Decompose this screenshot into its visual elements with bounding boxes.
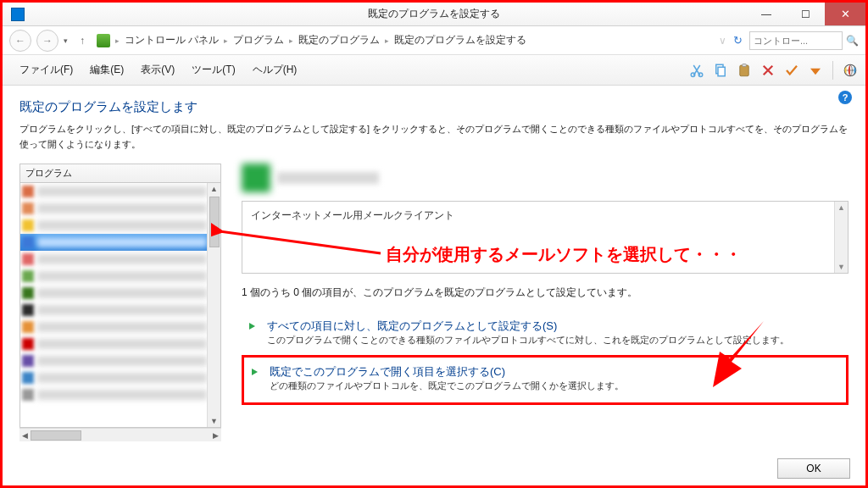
list-item[interactable]	[20, 352, 207, 369]
scroll-up-icon[interactable]: ▲	[210, 183, 218, 195]
option-set-all-defaults[interactable]: すべての項目に対し、既定のプログラムとして設定する(S) このプログラムで開くこ…	[242, 312, 849, 353]
back-button[interactable]: ←	[9, 30, 31, 52]
list-item[interactable]	[20, 234, 207, 251]
copy-icon[interactable]	[712, 62, 729, 79]
list-item[interactable]	[20, 183, 207, 200]
app-swatch-icon	[22, 202, 34, 214]
cut-icon[interactable]	[688, 62, 705, 79]
down-arrow-icon[interactable]	[807, 62, 824, 79]
scroll-up-icon[interactable]: ▲	[837, 202, 845, 214]
scroll-right-icon[interactable]: ▶	[210, 431, 221, 440]
app-icon	[242, 164, 270, 192]
h-scroll-thumb[interactable]	[31, 430, 81, 441]
check-icon[interactable]	[783, 62, 800, 79]
list-item[interactable]	[20, 251, 207, 268]
list-item[interactable]	[20, 386, 207, 403]
menu-file[interactable]: ファイル(F)	[11, 59, 81, 80]
list-item[interactable]	[20, 302, 207, 319]
status-text: 1 個のうち 0 個の項目が、このプログラムを既定のプログラムとして設定していま…	[242, 286, 849, 300]
app-swatch-icon	[22, 186, 34, 197]
list-item[interactable]	[20, 268, 207, 285]
nav-bar: ← → ▾ ↑ ▸ コントロール パネル ▸ プログラム ▸ 既定のプログラム …	[3, 26, 865, 55]
descbox-scrollbar[interactable]: ▲ ▼	[834, 202, 848, 273]
app-swatch-icon	[22, 304, 34, 316]
close-button[interactable]: ✕	[825, 3, 865, 25]
search-input[interactable]	[749, 31, 843, 50]
footer: OK	[777, 458, 850, 479]
app-swatch-icon	[22, 355, 34, 367]
menu-edit[interactable]: 編集(E)	[81, 59, 132, 80]
scroll-down-icon[interactable]: ▼	[210, 415, 218, 427]
app-swatch-icon	[22, 219, 34, 231]
list-item-label-blurred	[37, 390, 207, 400]
arrow-right-icon	[247, 320, 259, 332]
ok-button[interactable]: OK	[777, 458, 850, 479]
window-buttons: — ☐ ✕	[747, 3, 865, 25]
list-item[interactable]	[20, 285, 207, 302]
option-desc: どの種類のファイルやプロトコルを、既定でこのプログラムで開くかを選択します。	[270, 380, 624, 392]
toolbar	[688, 61, 859, 80]
list-item-label-blurred	[37, 254, 207, 264]
system-icon	[11, 8, 25, 21]
scroll-down-icon[interactable]: ▼	[837, 261, 845, 273]
breadcrumb-item[interactable]: コントロール パネル	[125, 33, 219, 47]
breadcrumb-item[interactable]: プログラム	[233, 33, 284, 47]
chevron-right-icon: ▸	[289, 36, 293, 45]
maximize-button[interactable]: ☐	[786, 3, 825, 25]
svg-rect-3	[718, 67, 725, 76]
annotation-frame: 既定でこのプログラムで開く項目を選択する(C) どの種類のファイルやプロトコルを…	[242, 355, 849, 405]
chevron-right-icon: ▸	[224, 36, 228, 45]
svg-rect-5	[743, 64, 747, 66]
list-item-label-blurred	[37, 305, 207, 315]
page-description: プログラムをクリックし、[すべての項目に対し、既定のプログラムとして設定する] …	[19, 122, 849, 152]
app-name-blurred	[277, 172, 379, 184]
menu-help[interactable]: ヘルプ(H)	[244, 59, 306, 80]
annotation-text: 自分が使用するメールソフトを選択して・・・	[386, 243, 742, 266]
options-block: すべての項目に対し、既定のプログラムとして設定する(S) このプログラムで開くこ…	[242, 312, 849, 405]
list-item-label-blurred	[37, 339, 207, 349]
paste-icon[interactable]	[736, 62, 753, 79]
delete-icon[interactable]	[760, 62, 776, 79]
menu-tools[interactable]: ツール(T)	[183, 59, 243, 80]
list-item[interactable]	[20, 336, 207, 352]
control-panel-icon	[97, 34, 110, 47]
programs-listbox[interactable]: ▲ ▼	[19, 182, 221, 428]
history-dropdown-icon[interactable]: ▾	[64, 36, 68, 45]
option-title: 既定でこのプログラムで開く項目を選択する(C)	[270, 364, 624, 380]
page-heading: 既定のプログラムを設定します	[19, 99, 849, 115]
h-scrollbar[interactable]: ◀ ▶	[19, 428, 221, 441]
breadcrumb[interactable]: ▸ コントロール パネル ▸ プログラム ▸ 既定のプログラム ▸ 既定のプログ…	[97, 33, 714, 47]
list-item[interactable]	[20, 217, 207, 234]
option-choose-defaults[interactable]: 既定でこのプログラムで開く項目を選択する(C) どの種類のファイルやプロトコルを…	[246, 359, 844, 397]
v-scrollbar[interactable]: ▲ ▼	[207, 183, 220, 427]
search-icon[interactable]: 🔍	[846, 35, 859, 47]
globe-icon[interactable]	[842, 62, 859, 79]
programs-panel: プログラム ▲ ▼ ◀ ▶	[19, 164, 221, 441]
app-swatch-icon	[22, 270, 34, 282]
option-title: すべての項目に対し、既定のプログラムとして設定する(S)	[267, 319, 789, 334]
list-item[interactable]	[20, 200, 207, 217]
help-icon[interactable]: ?	[838, 91, 852, 104]
scroll-thumb[interactable]	[209, 197, 220, 247]
app-header	[242, 164, 849, 192]
list-item-label-blurred	[37, 322, 207, 332]
content-area: ? 既定のプログラムを設定します プログラムをクリックし、[すべての項目に対し、…	[3, 86, 865, 441]
app-swatch-icon	[22, 389, 34, 401]
breadcrumb-item[interactable]: 既定のプログラムを設定する	[394, 33, 526, 47]
list-item-label-blurred	[37, 220, 207, 230]
scroll-left-icon[interactable]: ◀	[19, 431, 31, 440]
up-button[interactable]: ↑	[73, 35, 92, 47]
chevron-right-icon: ▸	[115, 36, 120, 45]
list-item-label-blurred	[37, 203, 207, 214]
menu-view[interactable]: 表示(V)	[132, 59, 183, 80]
list-item[interactable]	[20, 319, 207, 336]
list-item-label-blurred	[37, 186, 207, 197]
toolbar-divider	[832, 61, 833, 80]
refresh-icon[interactable]: ↻	[730, 34, 746, 47]
breadcrumb-item[interactable]: 既定のプログラム	[298, 33, 380, 47]
minimize-button[interactable]: —	[747, 3, 786, 25]
forward-button[interactable]: →	[36, 30, 58, 52]
search-wrap: ∨ ↻ 🔍	[719, 31, 859, 50]
list-item[interactable]	[20, 369, 207, 386]
option-desc: このプログラムで開くことのできる種類のファイルやプロトコルすべてに対し、これを既…	[267, 334, 789, 347]
